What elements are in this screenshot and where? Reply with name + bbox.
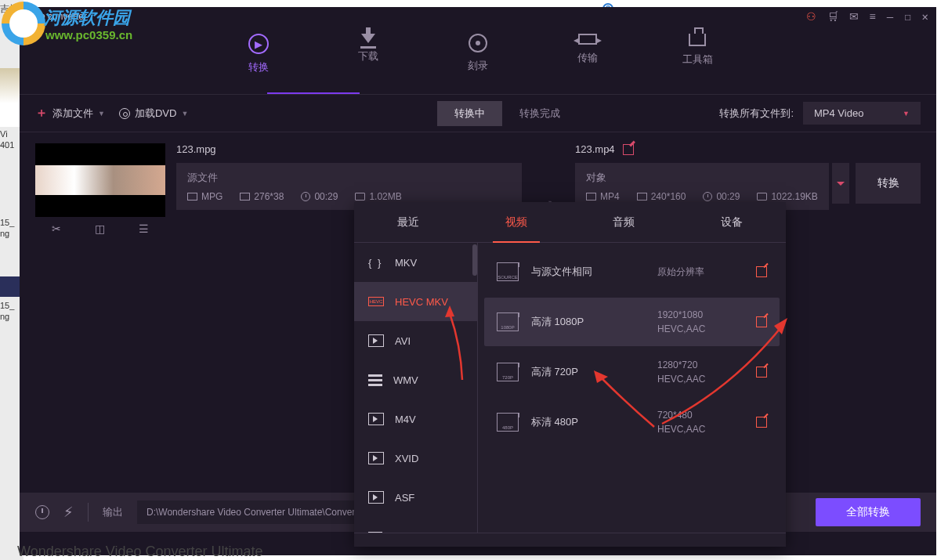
source-filename: 123.mpg <box>176 143 522 155</box>
tab-converting[interactable]: 转换中 <box>437 101 502 126</box>
res-same-as-source[interactable]: SOURCE 与源文件相同 原始分辨率 <box>484 247 780 296</box>
res-name: 标清 480P <box>531 415 645 429</box>
status-tabs: 转换中 转换完成 <box>437 101 577 126</box>
toolbox-icon <box>689 34 706 46</box>
asf-icon <box>368 491 384 504</box>
disc-icon <box>119 108 130 119</box>
nav-convert[interactable]: ▶ 转换 <box>235 34 282 95</box>
scrollbar[interactable] <box>472 244 477 276</box>
res-name: 高清 1080P <box>531 315 645 329</box>
nav-burn[interactable]: 刻录 <box>454 34 501 95</box>
maximize-button[interactable]: ☐ <box>904 10 910 23</box>
edit-icon[interactable] <box>623 144 634 155</box>
edit-icon[interactable] <box>756 417 767 428</box>
gift-icon[interactable]: ⚇ <box>806 10 816 23</box>
trim-icon[interactable]: ✂︎ <box>52 222 61 235</box>
crop-icon[interactable]: ◫ <box>95 222 105 235</box>
mail-icon[interactable]: ✉︎ <box>849 10 859 23</box>
format-wmv[interactable]: WMV <box>354 360 477 399</box>
close-button[interactable]: ✕ <box>922 10 928 23</box>
load-dvd-button[interactable]: 加载DVD ▼ <box>119 107 188 121</box>
tab-device[interactable]: 设备 <box>678 202 786 242</box>
output-path[interactable]: D:\Wondershare Video Converter Ultimate\… <box>137 500 360 524</box>
toolbar-right: 转换所有文件到: MP4 Video ▼ <box>719 102 921 125</box>
bg-thumb-2 <box>0 276 20 297</box>
nav-download-label: 下载 <box>358 49 378 63</box>
dimension-icon <box>240 193 250 201</box>
format-hevc-mkv[interactable]: HEVCHEVC MKV <box>354 282 477 321</box>
res-1080p[interactable]: 1080P 高清 1080P 1920*1080HEVC,AAC <box>484 298 780 346</box>
download-icon <box>361 34 375 43</box>
format-dropdown-button[interactable] <box>832 163 850 204</box>
mkv-icon <box>368 257 384 268</box>
add-file-label: 添加文件 <box>52 107 93 121</box>
target-meta: MP4 240*160 00:29 1022.19KB <box>586 191 818 202</box>
src-duration: 00:29 <box>314 191 338 202</box>
format-xvid[interactable]: XVID <box>354 439 477 478</box>
menu-icon[interactable]: ≡ <box>870 10 876 23</box>
chevron-down-icon: ▼ <box>181 110 188 117</box>
dst-size: 1022.19KB <box>771 191 817 202</box>
thumb-image <box>35 165 165 195</box>
fmt-label: XVID <box>395 453 418 464</box>
avi-icon <box>368 334 384 347</box>
load-dvd-label: 加载DVD <box>135 107 176 121</box>
format-dropdown: 最近 视频 音频 设备 MKV HEVCHEVC MKV AVI WMV M4V… <box>354 202 786 547</box>
add-file-button[interactable]: ＋ 添加文件 ▼ <box>35 105 105 121</box>
format-mkv[interactable]: MKV <box>354 243 477 282</box>
m4v-icon <box>368 413 384 425</box>
res-480p[interactable]: 480P 标清 480P 720*480HEVC,AAC <box>484 398 780 446</box>
src-dimension: 276*38 <box>254 191 284 202</box>
format-avi[interactable]: AVI <box>354 321 477 360</box>
schedule-icon[interactable] <box>35 505 49 519</box>
video-thumbnail[interactable] <box>35 143 165 217</box>
format-asf[interactable]: ASF <box>354 478 477 517</box>
bg-text: 吉塔 <box>0 2 19 16</box>
target-label: 对象 <box>586 171 818 185</box>
gpu-icon[interactable]: ⚡︎ <box>63 504 74 521</box>
edit-icon[interactable] <box>756 266 767 277</box>
nav-transfer[interactable]: 传输 <box>564 34 611 95</box>
clock-icon <box>703 192 712 201</box>
edit-icon[interactable] <box>756 316 767 327</box>
app-title: ideo converter <box>27 11 87 22</box>
titlebar: ideo converter ⚇ 🛒︎ ✉︎ ≡ — ☐ ✕ <box>20 7 936 26</box>
tab-video[interactable]: 视频 <box>462 202 570 242</box>
convert-button[interactable]: 转换 <box>856 163 921 204</box>
res-name: 高清 720P <box>531 365 645 379</box>
nav-toolbox[interactable]: 工具箱 <box>674 34 721 95</box>
res-codec: HEVC,AAC <box>657 422 744 436</box>
format-select[interactable]: MP4 Video ▼ <box>803 102 921 125</box>
format-m4v[interactable]: M4V <box>354 399 477 439</box>
dst-duration: 00:29 <box>716 191 740 202</box>
tab-audio[interactable]: 音频 <box>570 202 678 242</box>
fmt-label: AVI <box>395 335 411 347</box>
chevron-down-icon: ▼ <box>98 110 105 117</box>
dst-dimension: 240*160 <box>651 191 686 202</box>
convert-all-button[interactable]: 全部转换 <box>816 498 921 526</box>
format-dv[interactable]: DV <box>354 517 477 533</box>
res-720p[interactable]: 720P 高清 720P 1280*720HEVC,AAC <box>484 348 780 396</box>
minimize-button[interactable]: — <box>887 10 893 23</box>
convert-all-to-label: 转换所有文件到: <box>719 107 794 121</box>
fmt-label: WMV <box>393 374 418 386</box>
edit-icon[interactable] <box>756 367 767 378</box>
toolbar: ＋ 添加文件 ▼ 加载DVD ▼ 转换中 转换完成 转换所有文件到: MP4 V… <box>20 95 936 132</box>
format-icon <box>586 193 596 201</box>
bg-txt-1: Vi401 <box>0 128 14 151</box>
plus-icon: ＋ <box>35 105 48 121</box>
cart-icon[interactable]: 🛒︎ <box>827 10 838 23</box>
format-list[interactable]: MKV HEVCHEVC MKV AVI WMV M4V XVID ASF DV <box>354 243 478 533</box>
dst-format: MP4 <box>600 191 620 202</box>
format-selected: MP4 Video <box>814 107 863 119</box>
effect-icon[interactable]: ☰ <box>139 222 149 235</box>
res-icon: 720P <box>497 363 519 381</box>
tab-recent[interactable]: 最近 <box>354 202 462 242</box>
separator <box>88 503 89 522</box>
fmt-label: DV <box>393 531 407 533</box>
nav-download[interactable]: 下载 <box>345 34 392 95</box>
hevc-icon: HEVC <box>368 297 384 306</box>
fmt-label: MKV <box>395 257 417 269</box>
convert-icon: ▶ <box>248 34 269 54</box>
tab-done[interactable]: 转换完成 <box>502 101 577 126</box>
